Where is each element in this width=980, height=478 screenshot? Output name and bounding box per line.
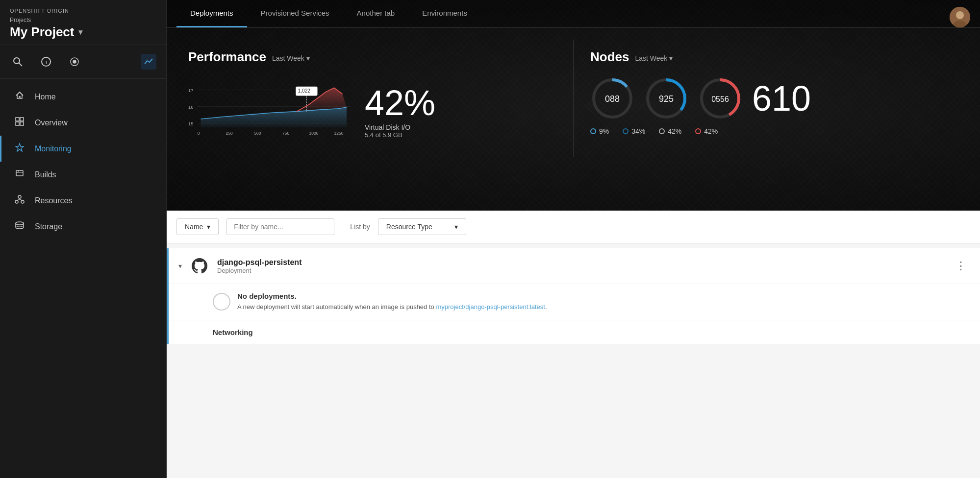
svg-text:1250: 1250 <box>334 131 344 136</box>
networking-section: Networking <box>169 320 980 344</box>
svg-text:1,022: 1,022 <box>298 88 311 94</box>
nodes-period-dropdown[interactable]: Last Week ▾ <box>635 54 673 62</box>
svg-marker-29 <box>201 107 347 127</box>
panel-divider <box>573 40 574 157</box>
project-dropdown-chevron[interactable]: ▾ <box>78 27 82 37</box>
nodes-circles-row: 088 925 <box>590 76 958 120</box>
node-circle-088: 088 <box>590 76 634 120</box>
svg-rect-5 <box>16 118 19 121</box>
svg-text:088: 088 <box>605 94 620 104</box>
tabs-bar: Deployments Provisioned Services Another… <box>167 0 980 28</box>
performance-panel: Performance Last Week ▾ 17 16 15 <box>176 40 568 157</box>
resource-group-django: ▾ django-psql-persistent Deployment ⋮ No… <box>167 248 980 344</box>
user-avatar[interactable] <box>950 7 970 27</box>
resource-group-chevron[interactable]: ▾ <box>178 262 182 270</box>
sidebar-item-builds[interactable]: Builds <box>0 162 166 188</box>
node-stat-42pct-white-label: 42% <box>668 127 681 135</box>
svg-point-15 <box>21 200 24 203</box>
name-filter-select[interactable]: Name ▾ <box>176 218 219 235</box>
node-stat-34pct: 34% <box>623 127 645 135</box>
hero-area: Deployments Provisioned Services Another… <box>167 0 980 211</box>
sidebar-item-storage-label: Storage <box>35 222 62 231</box>
svg-text:500: 500 <box>254 131 261 136</box>
node-stat-42pct-white: 42% <box>659 127 681 135</box>
dot-blue-9 <box>590 128 596 134</box>
tab-another[interactable]: Another tab <box>343 0 409 27</box>
resource-github-icon <box>190 256 209 276</box>
svg-text:925: 925 <box>659 94 674 104</box>
svg-text:17: 17 <box>188 88 193 93</box>
tab-provisioned-services[interactable]: Provisioned Services <box>247 0 343 27</box>
svg-rect-10 <box>16 170 23 176</box>
nodes-stats-row: 9% 34% 42% 42% <box>590 127 958 135</box>
svg-point-13 <box>18 195 21 198</box>
sidebar-item-resources[interactable]: Resources <box>0 188 166 214</box>
filter-bar: Name ▾ List by Resource Type ▾ <box>167 211 980 243</box>
svg-point-0 <box>14 58 20 64</box>
svg-line-1 <box>19 63 22 66</box>
sidebar-item-home[interactable]: Home <box>0 84 166 110</box>
info-icon-btn[interactable]: i <box>38 54 54 70</box>
svg-text:16: 16 <box>188 105 193 110</box>
sidebar-item-home-label: Home <box>35 93 56 101</box>
search-icon-btn[interactable] <box>10 54 25 70</box>
deployment-status: No deployments. A new deployment will st… <box>213 292 970 312</box>
sidebar-item-resources-label: Resources <box>35 196 72 205</box>
resource-type-select[interactable]: Resource Type ▾ <box>378 218 466 235</box>
resources-icon <box>13 194 26 207</box>
panels-row: Performance Last Week ▾ 17 16 15 <box>167 28 980 168</box>
svg-rect-7 <box>16 122 19 125</box>
deployment-detail: No deployments. A new deployment will st… <box>169 284 980 320</box>
node-stat-9pct-label: 9% <box>599 127 609 135</box>
sidebar-item-storage[interactable]: Storage <box>0 214 166 239</box>
no-deploy-desc: A new deployment will start automaticall… <box>237 302 970 312</box>
main-content: Deployments Provisioned Services Another… <box>167 0 980 478</box>
resource-list: ▾ django-psql-persistent Deployment ⋮ No… <box>167 243 980 478</box>
settings-icon-btn[interactable] <box>67 54 82 70</box>
node-stat-42pct-red: 42% <box>695 127 718 135</box>
svg-text:0556: 0556 <box>711 95 729 103</box>
node-stat-34pct-label: 34% <box>631 127 645 135</box>
performance-panel-header: Performance Last Week ▾ <box>188 49 556 67</box>
no-deploy-link[interactable]: myproject/django-psql-persistent:latest <box>436 303 545 311</box>
sidebar-item-overview[interactable]: Overview <box>0 110 166 136</box>
svg-point-14 <box>15 200 18 203</box>
sidebar-item-monitoring[interactable]: Monitoring <box>0 136 166 162</box>
resource-type-badge: Deployment <box>217 267 944 274</box>
sidebar-item-builds-label: Builds <box>35 170 56 179</box>
home-icon <box>13 91 26 103</box>
resource-type-label: Resource Type <box>386 223 432 231</box>
nodes-panel: Nodes Last Week ▾ 088 <box>578 40 970 157</box>
dot-darkblue-34 <box>623 128 628 134</box>
nodes-big-value: 610 <box>752 81 811 116</box>
resource-menu-button[interactable]: ⋮ <box>952 260 970 272</box>
svg-text:750: 750 <box>282 131 289 136</box>
nodes-panel-header: Nodes Last Week ▾ <box>590 49 958 67</box>
performance-stats: 42% Virtual Disk I/O 5.4 of 5.9 GB <box>365 85 435 139</box>
tab-deployments[interactable]: Deployments <box>176 0 247 27</box>
performance-big-value: 42% <box>365 85 435 120</box>
resource-group-header[interactable]: ▾ django-psql-persistent Deployment ⋮ <box>169 248 980 284</box>
project-name-container[interactable]: My Project ▾ <box>10 24 156 40</box>
performance-title: Performance <box>188 49 266 65</box>
sidebar-item-monitoring-label: Monitoring <box>35 144 72 153</box>
list-by-label: List by <box>350 223 370 231</box>
sidebar-item-overview-label: Overview <box>35 119 68 127</box>
status-circle <box>213 293 230 311</box>
monitoring-icon <box>13 143 26 155</box>
sidebar-nav: Home Overview Monitoring Builds Resource… <box>0 79 166 478</box>
svg-text:1000: 1000 <box>309 131 319 136</box>
node-circle-925: 925 <box>644 76 688 120</box>
name-filter-chevron: ▾ <box>207 223 210 231</box>
svg-text:250: 250 <box>226 131 233 136</box>
name-filter-label: Name <box>185 223 203 231</box>
svg-rect-6 <box>20 118 24 121</box>
sidebar-header: OPENSHIFT ORIGIN Projects My Project ▾ <box>0 0 166 45</box>
svg-point-19 <box>16 222 24 225</box>
performance-period-dropdown[interactable]: Last Week ▾ <box>272 54 310 62</box>
performance-stat-label: Virtual Disk I/O <box>365 123 435 131</box>
filter-by-name-input[interactable] <box>226 218 334 235</box>
tab-environments[interactable]: Environments <box>408 0 481 27</box>
resource-info: django-psql-persistent Deployment <box>217 258 944 274</box>
chart-icon-btn[interactable] <box>141 54 156 70</box>
